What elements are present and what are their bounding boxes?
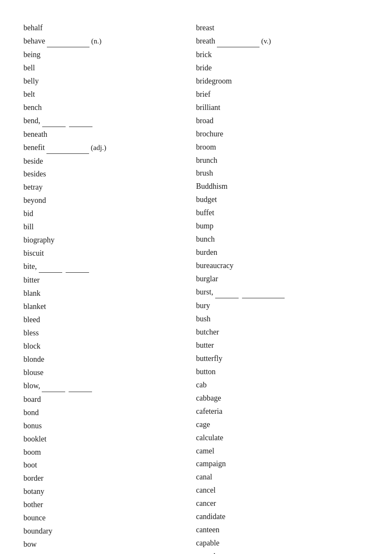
list-item: brochure xyxy=(196,127,369,141)
word-text: brush xyxy=(196,167,213,180)
word-text: besides xyxy=(23,167,46,181)
list-item: Buddhism xyxy=(196,180,369,193)
list-item: brush xyxy=(196,167,369,180)
list-item: bride xyxy=(196,61,369,75)
list-item: betray xyxy=(23,181,196,194)
list-item: bowl xyxy=(23,551,196,554)
word-text: button xyxy=(196,365,216,378)
word-text: bond xyxy=(23,406,39,419)
list-item: capable xyxy=(196,537,369,550)
word-text: bunch xyxy=(196,233,215,246)
list-item: botany xyxy=(23,485,196,498)
word-text: beyond xyxy=(23,194,46,207)
list-item: butcher xyxy=(196,326,369,339)
list-item: breast xyxy=(196,21,369,35)
list-item: bell xyxy=(23,61,196,75)
list-item: buffet xyxy=(196,206,369,219)
list-item: being xyxy=(23,48,196,61)
list-item: burglar xyxy=(196,272,369,286)
list-item: bounce xyxy=(23,511,196,525)
list-item: canal xyxy=(196,470,369,484)
list-item: bend, xyxy=(23,114,196,128)
list-item: bite, xyxy=(23,260,196,274)
fill-in-blank[interactable] xyxy=(46,140,89,154)
list-item: bond xyxy=(23,406,196,419)
word-text: bill xyxy=(23,220,34,234)
list-item: campaign xyxy=(196,457,369,470)
list-item: broad xyxy=(196,114,369,127)
fill-in-blank[interactable] xyxy=(42,113,66,127)
list-item: bow xyxy=(23,538,196,551)
word-text: camel xyxy=(196,444,214,458)
list-item: brick xyxy=(196,48,369,61)
fill-in-blank[interactable] xyxy=(39,259,62,273)
word-text: bite, xyxy=(23,260,37,273)
list-item: blow, xyxy=(23,379,196,393)
fill-in-blank[interactable] xyxy=(66,259,89,273)
list-item: butterfly xyxy=(196,352,369,365)
word-columns: behalfbehave (n.)beingbellbellybeltbench… xyxy=(23,21,369,554)
list-item: burden xyxy=(196,246,369,259)
word-text: boundary xyxy=(23,525,52,538)
list-item: burst, xyxy=(196,286,369,299)
list-item: blank xyxy=(23,287,196,300)
word-text: canal xyxy=(196,470,212,484)
word-text: bless xyxy=(23,326,39,340)
list-item: block xyxy=(23,340,196,353)
list-item: brilliant xyxy=(196,101,369,114)
word-text: blonde xyxy=(23,353,44,366)
list-item: cancer xyxy=(196,497,369,510)
fill-in-blank[interactable] xyxy=(69,378,92,392)
word-text: brochure xyxy=(196,127,223,141)
word-text: bow xyxy=(23,538,37,551)
word-text: belt xyxy=(23,88,35,101)
list-item: belt xyxy=(23,88,196,101)
list-item: button xyxy=(196,365,369,378)
list-item: bonus xyxy=(23,419,196,433)
list-item: butter xyxy=(196,339,369,352)
list-item: candidate xyxy=(196,510,369,523)
word-text: bride xyxy=(196,61,212,75)
word-text: cafeteria xyxy=(196,405,222,418)
word-text: broad xyxy=(196,114,213,127)
word-text: blouse xyxy=(23,366,43,379)
list-item: bleed xyxy=(23,313,196,326)
word-text: bitter xyxy=(23,274,40,287)
word-text: blank xyxy=(23,287,40,300)
list-item: border xyxy=(23,472,196,485)
part-of-speech-label: (v.) xyxy=(261,35,271,47)
list-item: blouse xyxy=(23,366,196,379)
word-text: boot xyxy=(23,459,37,472)
word-text: cancel xyxy=(196,484,216,497)
list-item: bunch xyxy=(196,233,369,246)
list-item: cab xyxy=(196,378,369,392)
list-item: cabbage xyxy=(196,392,369,405)
list-item: canteen xyxy=(196,523,369,537)
fill-in-blank[interactable] xyxy=(215,285,239,298)
word-text: brick xyxy=(196,48,212,61)
list-item: cancel xyxy=(196,484,369,497)
word-text: candidate xyxy=(196,510,225,523)
fill-in-blank[interactable] xyxy=(69,113,92,127)
fill-in-blank[interactable] xyxy=(42,378,65,392)
fill-in-blank[interactable] xyxy=(47,34,89,47)
part-of-speech-label: (n.) xyxy=(91,35,101,47)
word-text: bother xyxy=(23,498,43,511)
word-text: calculate xyxy=(196,431,223,444)
list-item: board xyxy=(23,393,196,406)
word-text: bonus xyxy=(23,419,42,433)
word-text: biscuit xyxy=(23,247,44,260)
list-item: bother xyxy=(23,498,196,511)
list-item: behave (n.) xyxy=(23,35,196,48)
fill-in-blank[interactable] xyxy=(242,285,285,298)
list-item: belly xyxy=(23,75,196,88)
fill-in-blank[interactable] xyxy=(217,34,259,47)
word-text: biography xyxy=(23,234,55,247)
word-text: bench xyxy=(23,101,42,114)
word-text: capsule xyxy=(196,550,219,554)
word-text: behalf xyxy=(23,21,43,35)
word-text: boom xyxy=(23,446,41,459)
list-item: bid xyxy=(23,207,196,220)
word-text: brilliant xyxy=(196,101,220,114)
list-item: beside xyxy=(23,155,196,168)
